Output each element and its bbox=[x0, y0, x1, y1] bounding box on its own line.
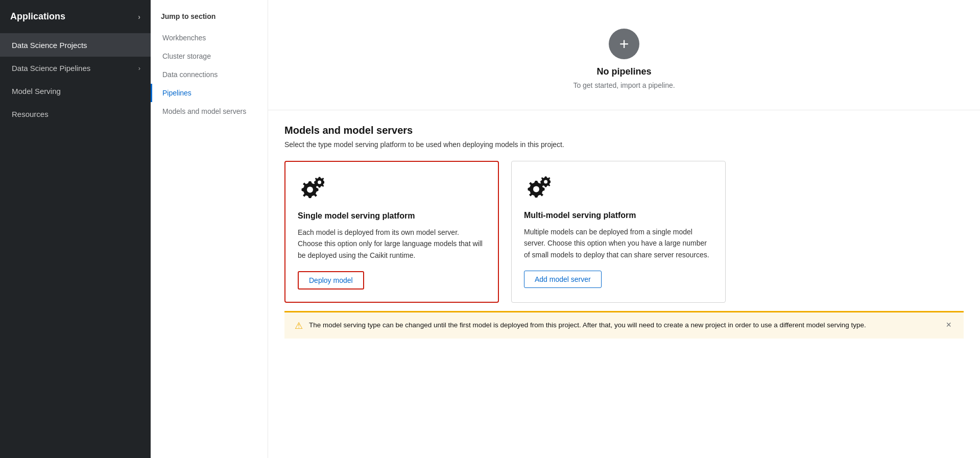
warning-banner: ⚠ The model serving type can be changed … bbox=[284, 311, 964, 339]
sidebar-item-data-science-projects[interactable]: Data Science Projects bbox=[0, 34, 151, 57]
multi-model-card-title: Multi-model serving platform bbox=[524, 211, 713, 220]
multi-model-card-desc: Multiple models can be deployed from a s… bbox=[524, 226, 713, 260]
single-model-gear-icon bbox=[298, 176, 486, 203]
jump-item-cluster-storage[interactable]: Cluster storage bbox=[151, 47, 268, 65]
single-model-card-desc: Each model is deployed from its own mode… bbox=[298, 227, 486, 261]
jump-item-workbenches[interactable]: Workbenches bbox=[151, 29, 268, 47]
jump-item-models-and-model-servers[interactable]: Models and model servers bbox=[151, 102, 268, 120]
sidebar-item-label: Data Science Pipelines bbox=[12, 64, 90, 73]
svg-point-3 bbox=[544, 180, 547, 184]
multi-model-card: Multi-model serving platform Multiple mo… bbox=[511, 161, 726, 303]
page-body: + No pipelines To get started, import a … bbox=[268, 0, 980, 458]
jump-item-data-connections[interactable]: Data connections bbox=[151, 65, 268, 84]
warning-text: The model serving type can be changed un… bbox=[309, 320, 938, 331]
plus-symbol: + bbox=[619, 36, 629, 52]
sidebar-item-model-serving[interactable]: Model Serving bbox=[0, 80, 151, 103]
single-model-card-title: Single model serving platform bbox=[298, 211, 486, 221]
main-content: Jump to section Workbenches Cluster stor… bbox=[151, 0, 980, 458]
jump-sidebar-title: Jump to section bbox=[151, 12, 268, 29]
model-cards-container: Single model serving platform Each model… bbox=[284, 161, 964, 303]
sidebar: Applications › Data Science Projects Dat… bbox=[0, 0, 151, 458]
sidebar-item-resources[interactable]: Resources bbox=[0, 103, 151, 126]
svg-point-2 bbox=[533, 186, 539, 192]
models-section-subtitle: Select the type model serving platform t… bbox=[284, 140, 964, 149]
sidebar-title: Applications bbox=[10, 11, 65, 22]
pipelines-section: + No pipelines To get started, import a … bbox=[268, 0, 980, 110]
chevron-right-icon: › bbox=[138, 64, 140, 72]
sidebar-item-label: Data Science Projects bbox=[12, 41, 87, 50]
warning-triangle-icon: ⚠ bbox=[295, 320, 303, 331]
pipelines-empty-state: + No pipelines To get started, import a … bbox=[284, 12, 964, 98]
models-section: Models and model servers Select the type… bbox=[268, 110, 980, 353]
add-model-server-button[interactable]: Add model server bbox=[524, 271, 602, 288]
models-section-title: Models and model servers bbox=[284, 125, 964, 136]
deploy-model-button[interactable]: Deploy model bbox=[298, 271, 364, 290]
warning-close-button[interactable]: × bbox=[944, 320, 953, 330]
no-pipelines-title: No pipelines bbox=[596, 66, 651, 77]
sidebar-chevron-icon: › bbox=[138, 13, 140, 21]
single-model-card: Single model serving platform Each model… bbox=[284, 161, 499, 303]
jump-item-pipelines[interactable]: Pipelines bbox=[151, 84, 268, 102]
sidebar-item-label: Resources bbox=[12, 110, 49, 118]
multi-model-gear-icon bbox=[524, 176, 713, 203]
jump-sidebar: Jump to section Workbenches Cluster stor… bbox=[151, 0, 268, 458]
no-pipelines-subtitle: To get started, import a pipeline. bbox=[573, 81, 675, 89]
sidebar-header[interactable]: Applications › bbox=[0, 0, 151, 34]
sidebar-item-label: Model Serving bbox=[12, 87, 61, 95]
sidebar-item-data-science-pipelines[interactable]: Data Science Pipelines › bbox=[0, 57, 151, 80]
add-pipeline-icon[interactable]: + bbox=[609, 29, 639, 59]
sidebar-nav: Data Science Projects Data Science Pipel… bbox=[0, 34, 151, 458]
svg-point-0 bbox=[307, 187, 313, 193]
svg-point-1 bbox=[318, 181, 321, 184]
